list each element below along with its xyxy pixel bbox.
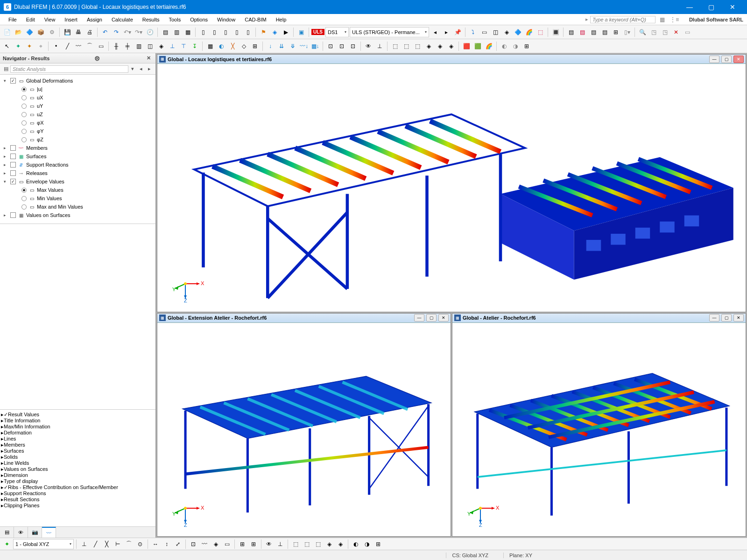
- bb16-icon[interactable]: 👁: [264, 539, 274, 549]
- render2-icon[interactable]: 🟩: [472, 41, 483, 51]
- display-tree-item[interactable]: ▸Members: [1, 442, 155, 448]
- wizard-icon[interactable]: 🔷: [24, 27, 35, 37]
- mesh-icon[interactable]: ◈: [269, 27, 280, 37]
- calc-icon[interactable]: ▶: [281, 27, 291, 37]
- load4-icon[interactable]: 〰↓: [299, 41, 309, 51]
- print-icon[interactable]: 🖨: [85, 27, 95, 37]
- load5-icon[interactable]: ▦↓: [310, 41, 320, 51]
- display-tree-item[interactable]: ▸✓Ribs - Effective Contribution on Surfa…: [1, 484, 155, 490]
- bb5-icon[interactable]: ⌒: [124, 539, 134, 549]
- s1-icon[interactable]: ╫: [111, 41, 121, 51]
- misc1-icon[interactable]: ⊡: [325, 41, 336, 51]
- cube1-icon[interactable]: ◳: [648, 27, 659, 37]
- cube2-icon[interactable]: ◳: [660, 27, 670, 37]
- bb1-icon[interactable]: ⊥: [79, 539, 89, 549]
- view-left-header[interactable]: ▦ Global - Extension Atelier - Rochefort…: [157, 314, 451, 323]
- filter-prev-icon[interactable]: ◂: [137, 66, 145, 72]
- tool-e-icon[interactable]: ▯: [243, 27, 253, 37]
- s7-icon[interactable]: ⊤: [178, 41, 189, 51]
- display-tree-item[interactable]: ▸Solids: [1, 454, 155, 460]
- display-tree-item[interactable]: ▸✓Result Values: [1, 412, 155, 418]
- menu-edit[interactable]: Edit: [21, 15, 40, 24]
- tree-group[interactable]: ▾✓▭Global Deformations: [1, 77, 155, 85]
- new-icon[interactable]: 📄: [2, 27, 12, 37]
- t2-c-icon[interactable]: ⌖: [35, 41, 46, 51]
- menu-cadbim[interactable]: CAD-BIM: [240, 15, 271, 24]
- la1-icon[interactable]: ▤: [566, 27, 576, 37]
- load3-icon[interactable]: ⤋: [288, 41, 298, 51]
- sel3-icon[interactable]: ⬚: [412, 41, 423, 51]
- menu-window[interactable]: Window: [212, 15, 240, 24]
- display-tree-item[interactable]: ▸Result Sections: [1, 497, 155, 503]
- tool-c-icon[interactable]: ▯: [220, 27, 231, 37]
- r8-icon[interactable]: 🔳: [550, 27, 561, 37]
- display-tree-item[interactable]: ▸Line Welds: [1, 460, 155, 466]
- r7-icon[interactable]: ⬚: [535, 27, 545, 37]
- r6-icon[interactable]: 🌈: [524, 27, 534, 37]
- filter-icon[interactable]: ▤: [2, 66, 10, 72]
- s11-icon[interactable]: ╳: [227, 41, 238, 51]
- la3-icon[interactable]: ▤: [588, 27, 599, 37]
- la6-icon[interactable]: ▯▾: [622, 27, 632, 37]
- filter-dd-icon[interactable]: ▾: [128, 66, 137, 72]
- cs-dropdown[interactable]: 1 - Global XYZ: [13, 539, 74, 549]
- view-right-close[interactable]: ✕: [733, 314, 744, 322]
- tree-radio[interactable]: ▭uZ: [1, 110, 155, 119]
- menu-tools[interactable]: Tools: [164, 15, 185, 24]
- bb15-icon[interactable]: ⊞: [248, 539, 259, 549]
- bbsel2-icon[interactable]: ⬚: [302, 539, 312, 549]
- ds-dropdown[interactable]: DS1: [325, 27, 349, 37]
- close-button[interactable]: ✕: [722, 0, 743, 14]
- render1-icon[interactable]: 🟥: [461, 41, 472, 51]
- pin-icon[interactable]: ⮿: [93, 56, 102, 61]
- plat-icon[interactable]: ▭: [682, 27, 692, 37]
- la2-icon[interactable]: ▤: [577, 27, 587, 37]
- view-main-close[interactable]: ✕: [733, 56, 744, 63]
- bb9-icon[interactable]: ⤢: [173, 539, 183, 549]
- load1-icon[interactable]: ↓: [265, 41, 275, 51]
- la4-icon[interactable]: ▤: [599, 27, 610, 37]
- sel1-icon[interactable]: ⬚: [390, 41, 400, 51]
- s10-icon[interactable]: ◐: [216, 41, 226, 51]
- menu-help[interactable]: Help: [271, 15, 291, 24]
- cs-icon[interactable]: ✦: [2, 539, 12, 549]
- r2-icon[interactable]: ▭: [479, 27, 489, 37]
- menu-results[interactable]: Results: [138, 15, 164, 24]
- block-icon[interactable]: 📦: [35, 27, 46, 37]
- bbsel1-icon[interactable]: ⬚: [290, 539, 301, 549]
- view-left-max[interactable]: ▢: [426, 314, 437, 322]
- bbv3-icon[interactable]: ⊞: [373, 539, 383, 549]
- panel2-icon[interactable]: ▥: [171, 27, 182, 37]
- r4-icon[interactable]: ◈: [501, 27, 512, 37]
- menu-insert[interactable]: Insert: [60, 15, 82, 24]
- sel2-icon[interactable]: ⬚: [401, 41, 411, 51]
- disp1-icon[interactable]: 👁: [363, 41, 374, 51]
- view-right-header[interactable]: ▦ Global - Atelier - Rochefort.rf6 — ▢ ✕: [452, 314, 746, 323]
- bbsel4-icon[interactable]: ◈: [324, 539, 334, 549]
- sel4-icon[interactable]: ◈: [423, 41, 434, 51]
- t2-b-icon[interactable]: ✦: [24, 41, 35, 51]
- la5-icon[interactable]: ⊞: [611, 27, 621, 37]
- view-right-min[interactable]: —: [709, 314, 719, 322]
- tree-radio[interactable]: ▭Max and Min Values: [1, 203, 155, 211]
- tree-radio[interactable]: ▭|u|: [1, 85, 155, 93]
- tree-radio[interactable]: ▭φY: [1, 127, 155, 135]
- bb13-icon[interactable]: ▭: [222, 539, 232, 549]
- menu-file[interactable]: File: [4, 15, 21, 24]
- view-left-close[interactable]: ✕: [438, 314, 449, 322]
- s5-icon[interactable]: ◈: [156, 41, 166, 51]
- saveall-icon[interactable]: 🖶: [73, 27, 84, 37]
- tree-item[interactable]: ▸〰Members: [1, 144, 155, 152]
- save-icon[interactable]: 💾: [62, 27, 72, 37]
- misc3-icon[interactable]: ⊡: [348, 41, 358, 51]
- undo-dd-icon[interactable]: ↶▾: [122, 27, 133, 37]
- s9-icon[interactable]: ▦: [205, 41, 215, 51]
- gear-icon[interactable]: ⚙: [47, 27, 57, 37]
- display-tree-item[interactable]: ▸Surfaces: [1, 448, 155, 454]
- s4-icon[interactable]: ◫: [145, 41, 155, 51]
- s12-icon[interactable]: ◇: [239, 41, 249, 51]
- nav-tab-results[interactable]: 〰: [42, 527, 56, 538]
- bb17-icon[interactable]: ⊥: [275, 539, 285, 549]
- menu-view[interactable]: View: [40, 15, 60, 24]
- s3-icon[interactable]: ▥: [134, 41, 144, 51]
